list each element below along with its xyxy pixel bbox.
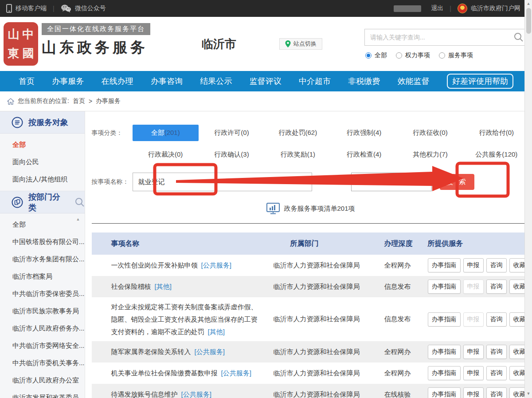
nav-item-6[interactable]: 中介超市 (299, 76, 331, 87)
category-tab-10[interactable]: 其他权力(7) (397, 146, 463, 163)
site-switch-label: 站点切换 (293, 40, 317, 48)
nav-item-label: 办事咨询 (151, 77, 183, 86)
sidebar-header-service-target[interactable]: 按服务对象 (0, 111, 85, 134)
service-button-2[interactable]: 咨询 (486, 345, 507, 359)
cell-services: 办事指南申报咨询收藏 (428, 258, 530, 272)
service-button-1[interactable]: 申报 (463, 387, 484, 398)
search-scope-radio-1[interactable]: 权力事项 (396, 51, 430, 59)
item-category-tag[interactable]: [公共服务] (201, 261, 231, 269)
nav-item-3[interactable]: 办事咨询 (151, 76, 183, 87)
department-item-1[interactable]: 中国铁塔股份有限公司... (0, 233, 85, 251)
wechat-link[interactable]: 微信公众号 (61, 4, 106, 13)
department-item-8[interactable]: 中共临沂市委机关事务... (0, 355, 85, 372)
category-tab-3[interactable]: 行政强制(4) (331, 125, 397, 141)
nav-item-2[interactable]: 在线办理 (102, 76, 133, 87)
nav-item-0[interactable]: 首页 (19, 76, 35, 87)
site-logo[interactable]: 山中東國 全国一体化在线政务服务平台 山东政务服务 (4, 23, 150, 65)
nav-item-1[interactable]: 办事服务 (52, 76, 84, 87)
item-name-text[interactable]: 机关事业单位社会保险缴费基数申报 (111, 369, 218, 377)
department-item-9[interactable]: 临沂市人民政府办公室 (0, 372, 85, 389)
logout-link[interactable]: 退出 (431, 4, 443, 12)
service-button-2[interactable]: 咨询 (486, 366, 507, 380)
sidebar-header-department[interactable]: 按部门分类 (0, 191, 85, 213)
item-name-text[interactable]: 社会保险稽核 (111, 283, 151, 290)
service-button-1[interactable]: 申报 (463, 366, 484, 380)
service-button-0[interactable]: 办事指南 (428, 387, 461, 398)
item-category-tag[interactable]: [其他] (155, 283, 172, 290)
item-name-input[interactable] (133, 173, 312, 191)
cell-department: 临沂市人力资源和社会保障局 (273, 315, 384, 323)
search-icon[interactable] (514, 32, 524, 42)
item-name-text[interactable]: 对企业未按规定将工资有关制度备案或弄虚作假、隐匿、销毁企业工资支付表及其他应当保… (111, 303, 258, 335)
category-tab-1[interactable]: 行政许可(0) (199, 125, 265, 141)
category-tab-4[interactable]: 行政征收(0) (397, 125, 463, 141)
service-target-item-1[interactable]: 面向公民 (0, 154, 85, 171)
service-target-item-0[interactable]: 全部 (0, 136, 85, 154)
category-tab-9[interactable]: 行政检查(4) (331, 146, 397, 163)
category-tab-7[interactable]: 行政确认(3) (199, 146, 265, 163)
category-tab-0[interactable]: 全部(201) (133, 125, 199, 141)
breadcrumb-current[interactable]: 办事服务 (96, 97, 121, 105)
site-switch-button[interactable]: 站点切换 (279, 38, 322, 50)
department-item-4[interactable]: 中共临沂市委保密委员... (0, 285, 85, 303)
item-name-text[interactable]: 一次性创业岗位开发补贴申领 (111, 261, 198, 269)
search-scope-radio-2[interactable]: 服务事项 (439, 51, 473, 59)
search-scope-radios: 全部权力事项服务事项 (365, 51, 473, 59)
item-category-tag[interactable]: [公共服务] (181, 390, 211, 398)
service-button-1[interactable]: 申报 (463, 345, 484, 359)
item-category-tag[interactable]: [公共服务] (195, 348, 225, 355)
item-category-tag[interactable]: [公共服务] (221, 369, 251, 377)
department-item-6[interactable]: 临沂市人民政府侨务办... (0, 320, 85, 337)
scrollbar-up-icon[interactable]: ▲ (527, 0, 531, 7)
search-scope-radio-0[interactable]: 全部 (365, 51, 387, 59)
service-button-2[interactable]: 咨询 (486, 387, 507, 398)
nav-item-4[interactable]: 结果公示 (200, 76, 232, 87)
department-item-2[interactable]: 临沂市水务集团有限公... (0, 251, 85, 268)
department-search-icon[interactable] (75, 197, 85, 207)
cell-processing-depth: 信息发布 (384, 283, 428, 291)
portal-link[interactable]: 临沂市政府门户网 (471, 4, 520, 12)
col-header-depth: 办理深度 (384, 239, 428, 248)
search-button[interactable]: 搜 索 (440, 174, 474, 190)
department-list-scroll-up-icon[interactable]: ▲ (76, 217, 80, 221)
item-name-text[interactable]: 随军家属养老保险关系转入 (111, 348, 191, 355)
nav-item-7[interactable]: 非税缴费 (348, 76, 380, 87)
department-item-0[interactable]: 全部 (0, 216, 85, 233)
nav-item-8[interactable]: 效能监督 (398, 76, 430, 87)
page-scrollbar[interactable]: ▲ ▼ (524, 0, 532, 398)
category-tab-2[interactable]: 行政处罚(62) (265, 125, 331, 141)
category-tab-count: (4) (373, 150, 381, 158)
category-tab-8[interactable]: 行政奖励(1) (265, 146, 331, 163)
service-button-0[interactable]: 办事指南 (428, 366, 461, 380)
table-row: 机关事业单位社会保险缴费基数申报[公共服务]临沂市人力资源和社会保障局全程网办办… (92, 363, 530, 384)
department-item-5[interactable]: 临沂市民族宗教事务局 (0, 303, 85, 320)
department-item-10[interactable]: 临沂市发展和改革委员... (0, 389, 85, 398)
service-button-0[interactable]: 办事指南 (428, 345, 461, 359)
service-button-1: 申报 (463, 312, 484, 327)
nav-item-9[interactable]: 好差评使用帮助 (447, 76, 513, 87)
nav-item-5[interactable]: 监督评议 (250, 76, 282, 87)
monitor-chart-icon (266, 203, 280, 214)
service-button-1[interactable]: 申报 (463, 258, 484, 272)
service-button-0[interactable]: 办事指南 (428, 258, 461, 272)
department-item-3[interactable]: 临沂市档案局 (0, 268, 85, 285)
category-tab-11[interactable]: 公共服务(120) (463, 146, 529, 163)
mobile-client-link[interactable]: 移动客户端 (6, 4, 47, 13)
department-item-7[interactable]: 中共临沂市委网络安全... (0, 337, 85, 355)
breadcrumb-home[interactable]: 首页 (73, 97, 85, 105)
service-button-2[interactable]: 咨询 (486, 280, 507, 294)
item-category-tag[interactable]: [其他] (208, 328, 225, 335)
header-search-input[interactable] (365, 34, 514, 41)
category-tab-6[interactable]: 行政裁决(0) (133, 146, 199, 163)
service-button-2[interactable]: 咨询 (486, 258, 507, 272)
category-tab-5[interactable]: 行政给付(0) (463, 125, 529, 141)
department-filter-input[interactable] (351, 173, 432, 191)
scrollbar-thumb[interactable] (526, 8, 531, 34)
item-name-text[interactable]: 待遇发放账号信息维护 (111, 390, 178, 398)
service-button-2[interactable]: 咨询 (486, 312, 507, 327)
service-button-0[interactable]: 办事指南 (428, 280, 461, 294)
service-target-item-2[interactable]: 面向法人/其他组织 (0, 171, 85, 188)
scrollbar-down-icon[interactable]: ▼ (527, 390, 531, 397)
category-tab-count: (201) (164, 129, 180, 136)
service-button-0[interactable]: 办事指南 (428, 312, 461, 327)
